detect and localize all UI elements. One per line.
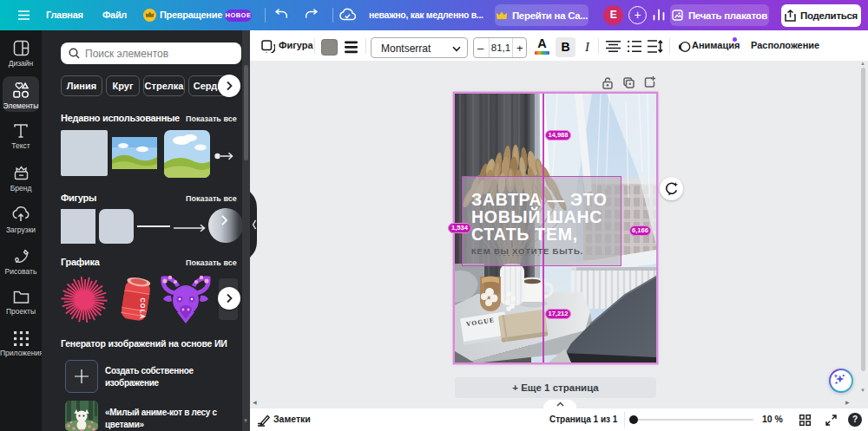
svg-text:COLA: COLA — [138, 297, 147, 320]
